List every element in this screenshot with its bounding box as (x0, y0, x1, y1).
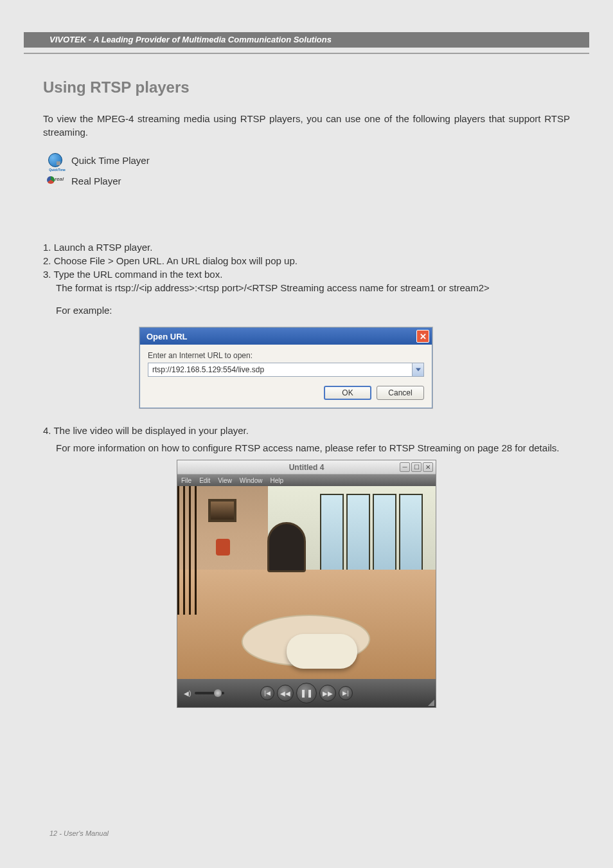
volume-icon: ◀) (184, 690, 191, 697)
menu-edit[interactable]: Edit (199, 477, 210, 484)
open-url-dialog: Open URL ✕ Enter an Internet URL to open… (139, 327, 432, 408)
url-input[interactable]: rtsp://192.168.5.129:554/live.sdp (148, 363, 412, 376)
step-3: 3. Type the URL command in the text box. (43, 267, 570, 281)
header-breadcrumb: VIVOTEK - A Leading Provider of Multimed… (49, 35, 332, 44)
player-titlebar: Untitled 4 ─ ☐ ✕ (177, 460, 436, 475)
step-3-detail: The format is rtsp://<ip address>:<rtsp … (56, 281, 570, 294)
minimize-icon: ─ (402, 464, 407, 471)
forward-icon: ▶▶ (323, 690, 333, 697)
ok-button[interactable]: OK (324, 386, 371, 400)
video-frame (177, 486, 436, 679)
dialog-title: Open URL (147, 332, 188, 341)
player-menubar: File Edit View Window Help (177, 475, 436, 486)
close-icon: ✕ (425, 464, 431, 471)
step-2: 2. Choose File > Open URL. An URL dialog… (43, 254, 570, 267)
rewind-button[interactable]: ◀◀ (277, 685, 294, 701)
maximize-icon: ☐ (414, 464, 420, 471)
volume-slider[interactable] (195, 692, 224, 694)
volume-control[interactable]: ◀) (184, 690, 224, 697)
menu-view[interactable]: View (218, 477, 232, 484)
pause-icon: ❚❚ (300, 689, 313, 698)
skip-start-icon: |◀ (264, 690, 270, 696)
player-close-button[interactable]: ✕ (423, 462, 433, 472)
volume-thumb[interactable] (214, 689, 222, 697)
page-footer: 12 - User's Manual (49, 829, 109, 837)
header-divider (24, 53, 589, 54)
url-combobox[interactable]: rtsp://192.168.5.129:554/live.sdp (148, 363, 424, 377)
steps-block: 1. Launch a RTSP player. 2. Choose File … (43, 240, 570, 317)
player-row-real: real Real Player (47, 172, 570, 189)
close-button[interactable]: ✕ (416, 330, 429, 343)
cancel-button[interactable]: Cancel (377, 386, 424, 400)
skip-start-button[interactable]: |◀ (260, 686, 274, 700)
media-player-window: Untitled 4 ─ ☐ ✕ File Edit View Window H… (177, 460, 436, 708)
realplayer-label: Real Player (71, 176, 121, 186)
menu-file[interactable]: File (181, 477, 191, 484)
quicktime-label: Quick Time Player (71, 155, 150, 166)
combobox-dropdown-button[interactable] (412, 363, 423, 376)
rewind-icon: ◀◀ (280, 690, 290, 697)
realplayer-icon: real (47, 172, 64, 189)
menu-help[interactable]: Help (270, 477, 283, 484)
player-row-quicktime: QuickTime Quick Time Player (47, 152, 570, 168)
player-controls: ◀) |◀ ◀◀ ❚❚ ▶▶ ▶| (177, 679, 436, 707)
menu-window[interactable]: Window (240, 477, 263, 484)
skip-end-icon: ▶| (342, 690, 348, 696)
step-4-detail: For more information on how to configure… (56, 441, 570, 455)
section-title: Using RTSP players (43, 78, 570, 96)
close-icon: ✕ (420, 332, 427, 341)
dialog-titlebar: Open URL ✕ (140, 328, 432, 345)
step-4: 4. The live video will be displayed in y… (43, 424, 570, 437)
player-title: Untitled 4 (289, 463, 324, 472)
player-list: QuickTime Quick Time Player real Real Pl… (43, 152, 570, 189)
quicktime-icon: QuickTime (47, 152, 64, 168)
maximize-button[interactable]: ☐ (411, 462, 422, 472)
pause-button[interactable]: ❚❚ (296, 683, 317, 703)
resize-grip[interactable] (427, 698, 434, 706)
for-example-label: For example: (56, 303, 570, 317)
forward-button[interactable]: ▶▶ (319, 685, 336, 701)
intro-paragraph: To view the MPEG-4 streaming media using… (43, 112, 570, 139)
url-field-label: Enter an Internet URL to open: (148, 351, 424, 360)
minimize-button[interactable]: ─ (400, 462, 410, 472)
skip-end-button[interactable]: ▶| (339, 686, 353, 700)
chevron-down-icon (416, 368, 421, 372)
step-1: 1. Launch a RTSP player. (43, 240, 570, 254)
